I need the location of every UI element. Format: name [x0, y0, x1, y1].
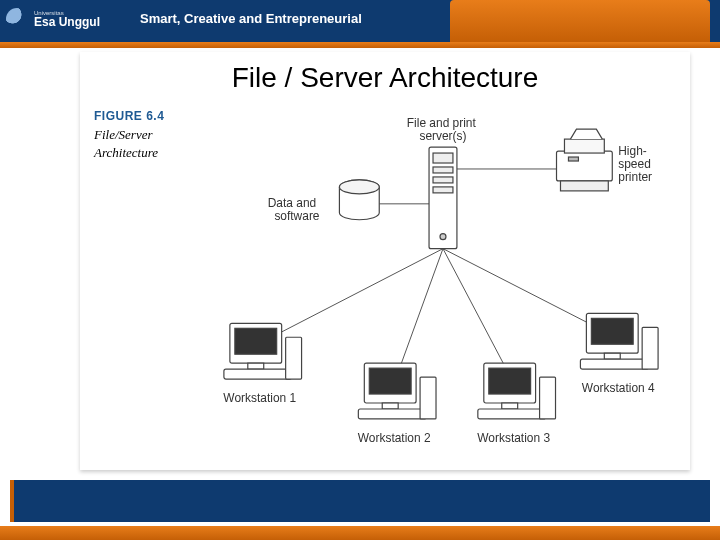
svg-rect-36 [580, 359, 648, 369]
svg-rect-37 [642, 327, 658, 369]
university-name: Esa Unggul [34, 15, 100, 29]
svg-rect-31 [478, 409, 546, 419]
svg-rect-20 [248, 363, 264, 369]
svg-line-5 [443, 249, 608, 334]
workstation-1-label: Workstation 1 [223, 391, 296, 405]
architecture-diagram: File and print server(s) High- speed pri… [200, 107, 678, 460]
figure-number: FIGURE 6.4 [94, 108, 214, 124]
header-bar: Universitas Esa Unggul Smart, Creative a… [0, 0, 720, 42]
logo-swirl-icon [6, 8, 28, 30]
header-orange-tab [450, 0, 710, 42]
workstation-4-icon [580, 313, 658, 369]
footer-navy-bar [10, 480, 710, 522]
workstation-3-label: Workstation 3 [477, 431, 550, 445]
university-logo: Universitas Esa Unggul [6, 4, 116, 34]
svg-rect-24 [369, 368, 411, 394]
svg-rect-26 [358, 409, 426, 419]
svg-rect-25 [382, 403, 398, 409]
printer-icon [557, 129, 613, 191]
workstation-1-icon [224, 323, 302, 379]
svg-rect-9 [433, 153, 453, 163]
svg-rect-22 [286, 337, 302, 379]
svg-line-2 [260, 249, 443, 344]
workstation-4-label: Workstation 4 [582, 381, 655, 395]
university-prefix: Universitas [34, 10, 100, 16]
svg-rect-10 [433, 167, 453, 173]
workstation-3-icon [478, 363, 556, 419]
figure-caption: FIGURE 6.4 File/Server Architecture [94, 108, 214, 161]
figure-name-line1: File/Server [94, 127, 152, 142]
svg-rect-12 [433, 187, 453, 193]
svg-rect-16 [560, 181, 608, 191]
svg-rect-27 [420, 377, 436, 419]
data-label: Data and software [268, 196, 320, 223]
printer-label: High- speed printer [618, 144, 654, 184]
slide-title: File / Server Architecture [80, 52, 690, 100]
logo-text: Universitas Esa Unggul [34, 10, 100, 28]
slide-card: File / Server Architecture FIGURE 6.4 Fi… [80, 52, 690, 470]
svg-rect-15 [564, 139, 604, 153]
svg-rect-32 [540, 377, 556, 419]
workstation-2-label: Workstation 2 [358, 431, 431, 445]
svg-rect-29 [489, 368, 531, 394]
footer-orange-bar [0, 526, 720, 540]
svg-rect-35 [604, 353, 620, 359]
header-tagline: Smart, Creative and Entrepreneurial [140, 11, 362, 26]
server-label: File and print server(s) [407, 116, 479, 143]
svg-rect-17 [568, 157, 578, 161]
diagram-svg: File and print server(s) High- speed pri… [200, 107, 678, 460]
data-cylinder-icon [339, 180, 379, 220]
svg-rect-34 [591, 318, 633, 344]
svg-point-7 [339, 180, 379, 194]
svg-rect-11 [433, 177, 453, 183]
svg-point-13 [440, 234, 446, 240]
header-orange-strip [0, 42, 720, 48]
workstation-2-icon [358, 363, 436, 419]
server-icon [429, 147, 457, 249]
svg-rect-14 [557, 151, 613, 181]
figure-name-line2: Architecture [94, 145, 158, 160]
figure-name: File/Server Architecture [94, 126, 214, 161]
svg-rect-19 [235, 328, 277, 354]
svg-rect-30 [502, 403, 518, 409]
svg-rect-21 [224, 369, 292, 379]
